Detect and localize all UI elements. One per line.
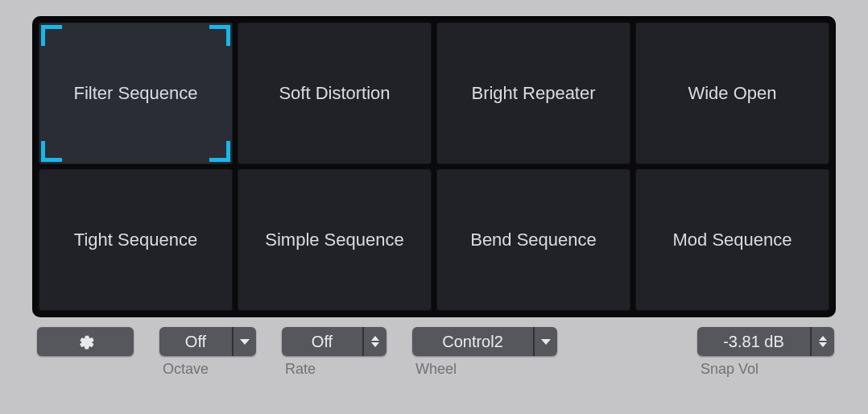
pad-label: Tight Sequence — [74, 229, 197, 251]
snapvol-stepper[interactable]: -3.81 dB — [697, 327, 834, 356]
controls-row: Off Octave Off Rate Control2 Wheel -3 — [32, 327, 836, 378]
pad-label: Mod Sequence — [673, 229, 792, 251]
chevron-down-icon — [240, 339, 250, 345]
pad-label: Simple Sequence — [265, 229, 403, 251]
stepper-arrows — [362, 327, 386, 356]
pad-label: Filter Sequence — [73, 82, 197, 105]
settings-button[interactable] — [37, 327, 134, 356]
rate-stepper[interactable]: Off — [282, 327, 386, 356]
pad-label: Bright Repeater — [471, 82, 595, 105]
pad-2[interactable]: Bright Repeater — [436, 23, 630, 164]
pad-4[interactable]: Tight Sequence — [39, 169, 233, 311]
selection-corner — [41, 141, 62, 162]
wheel-dropdown[interactable]: Control2 — [412, 327, 557, 356]
pad-5[interactable]: Simple Sequence — [238, 169, 432, 311]
pad-grid: Filter Sequence Soft Distortion Bright R… — [39, 23, 829, 311]
chevron-down-icon — [541, 339, 551, 345]
pad-6[interactable]: Bend Sequence — [436, 169, 630, 311]
dropdown-arrow — [232, 327, 256, 356]
dropdown-arrow — [533, 327, 557, 356]
pad-label: Wide Open — [688, 82, 776, 105]
selection-corner — [209, 25, 230, 46]
rate-value: Off — [282, 327, 362, 356]
pad-label: Soft Distortion — [279, 82, 390, 105]
chevron-down-icon — [371, 342, 379, 347]
pad-1[interactable]: Soft Distortion — [238, 23, 432, 164]
octave-value: Off — [159, 327, 232, 356]
rate-control: Off Rate — [282, 327, 386, 378]
pad-label: Bend Sequence — [470, 229, 597, 251]
octave-control: Off Octave — [159, 327, 256, 378]
octave-label: Octave — [163, 361, 209, 378]
octave-dropdown[interactable]: Off — [159, 327, 256, 356]
selection-corner — [41, 25, 62, 46]
chevron-down-icon — [819, 342, 827, 347]
stepper-arrows — [810, 327, 834, 356]
wheel-value: Control2 — [412, 327, 533, 356]
chevron-up-icon — [819, 336, 827, 341]
snapvol-control: -3.81 dB Snap Vol — [697, 327, 834, 378]
wheel-control: Control2 Wheel — [412, 327, 557, 378]
snapvol-value: -3.81 dB — [697, 327, 810, 356]
chevron-up-icon — [371, 336, 379, 341]
gear-icon — [76, 333, 94, 350]
selection-corner — [209, 141, 230, 162]
snapvol-label: Snap Vol — [701, 361, 758, 378]
pad-0[interactable]: Filter Sequence — [39, 23, 233, 164]
pad-3[interactable]: Wide Open — [635, 23, 829, 164]
pad-7[interactable]: Mod Sequence — [635, 169, 829, 311]
wheel-label: Wheel — [415, 361, 457, 378]
performance-pad-panel: Filter Sequence Soft Distortion Bright R… — [32, 16, 836, 317]
rate-label: Rate — [285, 361, 316, 378]
